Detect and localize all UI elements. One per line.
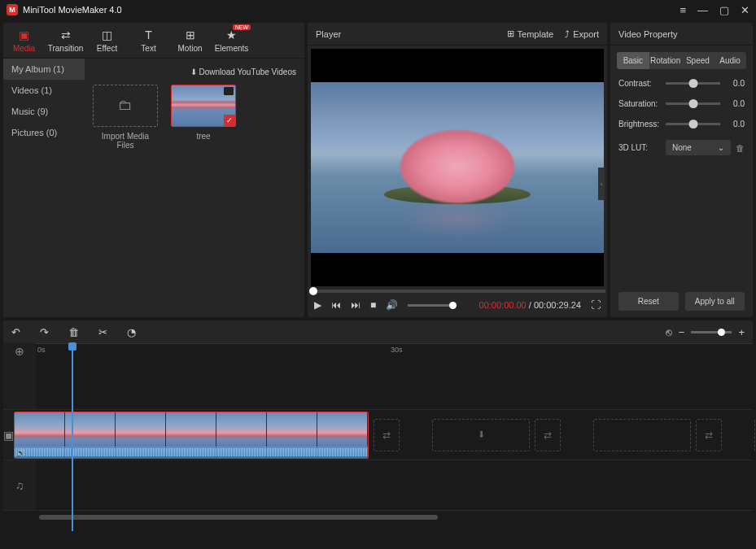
seek-bar[interactable]: [309, 290, 605, 293]
scrollbar-thumb[interactable]: [39, 515, 438, 520]
expand-properties-button[interactable]: ›: [598, 168, 605, 200]
play-button[interactable]: ▶: [314, 299, 321, 311]
redo-button[interactable]: ↷: [40, 326, 49, 338]
audio-track: ♫: [3, 460, 753, 511]
saturation-label: Saturation:: [618, 99, 661, 108]
contrast-value: 0.0: [725, 79, 745, 88]
player-viewport: ›: [311, 49, 604, 286]
prop-tab-audio[interactable]: Audio: [714, 52, 746, 69]
timeline-ruler[interactable]: ⊕ 0s 30s: [3, 343, 753, 359]
media-panel: ▣ Media ⇄ Transition ◫ Effect T Text ⊞ M…: [3, 23, 304, 317]
tab-text[interactable]: T Text: [128, 23, 169, 58]
maximize-button[interactable]: ▢: [719, 4, 729, 16]
prop-tab-basic[interactable]: Basic: [617, 52, 649, 69]
transition-slot[interactable]: ⇄: [374, 419, 400, 451]
brightness-slider[interactable]: [666, 123, 720, 125]
tab-transition[interactable]: ⇄ Transition: [45, 23, 86, 58]
export-button[interactable]: ⤴Export: [565, 28, 599, 39]
transition-slot[interactable]: ⇄: [535, 419, 561, 451]
sidebar-videos[interactable]: Videos (1): [3, 80, 85, 101]
overlay-track-body[interactable]: [36, 359, 753, 409]
video-type-icon: [224, 87, 234, 95]
download-icon: ⬇: [190, 68, 197, 76]
player-title: Player: [316, 29, 341, 39]
media-clip-tree[interactable]: ✓ tree: [171, 85, 236, 150]
tab-elements-label: Elements: [215, 44, 249, 53]
export-icon: ⤴: [565, 29, 570, 39]
app-logo-icon: M: [7, 4, 18, 15]
tab-media[interactable]: ▣ Media: [3, 23, 45, 58]
timeline-scrollbar[interactable]: [3, 514, 753, 521]
title-bar: M MiniTool MovieMaker 4.0 ≡ — ▢ ✕: [0, 0, 756, 20]
delete-button[interactable]: 🗑: [68, 326, 79, 338]
prop-tab-speed[interactable]: Speed: [682, 52, 714, 69]
clip-volume-icon[interactable]: 🔊: [16, 449, 25, 457]
tick-30: 30s: [391, 346, 403, 354]
contrast-slider[interactable]: [666, 82, 720, 85]
brightness-value: 0.0: [725, 120, 745, 129]
zoom-in-button[interactable]: +: [738, 326, 745, 338]
tab-motion[interactable]: ⊞ Motion: [169, 23, 211, 58]
prev-frame-button[interactable]: ⏮: [331, 299, 341, 311]
drop-slot[interactable]: [593, 419, 691, 451]
video-track: ▣ 🔊 ⇄ ⬇ ⇄ ⇄: [3, 410, 753, 460]
template-icon: ⊞: [507, 28, 514, 39]
sidebar-pictures[interactable]: Pictures (0): [3, 122, 85, 143]
saturation-value: 0.0: [725, 99, 745, 108]
tab-elements[interactable]: NEW ★ Elements: [211, 23, 252, 58]
close-button[interactable]: ✕: [741, 4, 749, 16]
template-button[interactable]: ⊞Template: [507, 28, 554, 39]
playhead[interactable]: [72, 344, 73, 531]
effect-icon: ◫: [102, 28, 112, 41]
video-track-icon: ▣: [3, 429, 14, 442]
next-frame-button[interactable]: ⏭: [351, 299, 361, 311]
new-badge: NEW: [233, 24, 251, 30]
fullscreen-button[interactable]: ⛶: [591, 299, 601, 311]
import-media-button[interactable]: 🗀 Import Media Files: [93, 85, 158, 150]
minimize-button[interactable]: —: [697, 4, 708, 16]
lut-select[interactable]: None ⌄: [666, 140, 731, 155]
zoom-slider[interactable]: [691, 331, 732, 333]
volume-slider[interactable]: [408, 304, 457, 307]
video-clip[interactable]: 🔊: [14, 412, 369, 459]
preview-frame: [311, 82, 604, 253]
motion-icon: ⊞: [186, 28, 195, 41]
add-track-icon[interactable]: ⊕: [15, 345, 24, 358]
split-button[interactable]: ✂: [98, 326, 107, 338]
stop-button[interactable]: ■: [370, 299, 376, 311]
zoom-out-button[interactable]: −: [679, 326, 685, 338]
sidebar-music[interactable]: Music (9): [3, 101, 85, 122]
app-title: MiniTool MovieMaker 4.0: [23, 5, 122, 15]
transition-slot[interactable]: ⇄: [696, 419, 722, 451]
video-track-body[interactable]: 🔊 ⇄ ⬇ ⇄ ⇄: [14, 410, 756, 460]
audio-options-icon[interactable]: ⎋: [666, 326, 672, 338]
apply-all-button[interactable]: Apply to all: [685, 292, 745, 311]
timeline-toolbar: ↶ ↷ 🗑 ✂ ◔ ⎋ − +: [3, 320, 753, 343]
tab-effect-label: Effect: [97, 44, 117, 53]
download-youtube-link[interactable]: ⬇ Download YouTube Videos: [93, 63, 296, 85]
drop-slot[interactable]: ⬇: [432, 419, 530, 451]
duration: 00:00:29.24: [534, 300, 581, 310]
tab-effect[interactable]: ◫ Effect: [86, 23, 128, 58]
prop-tab-rotation[interactable]: Rotation: [649, 52, 682, 69]
menu-icon[interactable]: ≡: [680, 4, 686, 16]
folder-plus-icon: 🗀: [118, 97, 133, 114]
property-panel: Video Property Basic Rotation Speed Audi…: [610, 23, 753, 317]
sidebar-album[interactable]: My Album (1): [3, 59, 85, 80]
chevron-down-icon: ⌄: [718, 143, 724, 152]
contrast-label: Contrast:: [618, 79, 661, 88]
transition-icon: ⇄: [61, 28, 71, 41]
volume-icon[interactable]: 🔊: [386, 299, 398, 311]
media-sidebar: My Album (1) Videos (1) Music (9) Pictur…: [3, 59, 85, 317]
tab-motion-label: Motion: [177, 44, 202, 53]
download-label: Download YouTube Videos: [199, 68, 296, 76]
reset-button[interactable]: Reset: [618, 292, 679, 311]
saturation-slider[interactable]: [666, 102, 720, 105]
lut-label: 3D LUT:: [618, 143, 661, 152]
audio-track-body[interactable]: [36, 460, 753, 510]
undo-button[interactable]: ↶: [11, 326, 20, 338]
tick-0: 0s: [37, 346, 46, 354]
tab-text-label: Text: [141, 44, 155, 53]
lut-delete-icon[interactable]: 🗑: [736, 143, 745, 153]
speed-button[interactable]: ◔: [127, 326, 136, 338]
